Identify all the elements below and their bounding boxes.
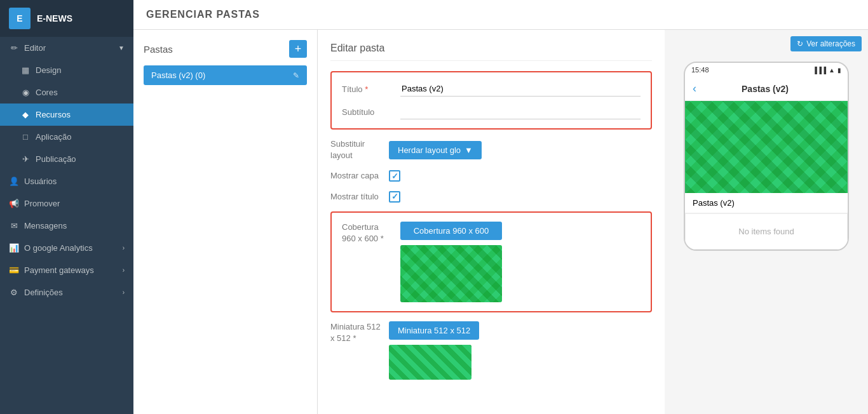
phone-nav-bar: ‹ Pastas (v2) bbox=[685, 77, 848, 101]
substituir-layout-row: Substituir layout Herdar layout glo ▼ bbox=[330, 138, 652, 161]
sidebar-item-label-design: Design bbox=[36, 65, 61, 75]
page-title: GERENCIAR PASTAS bbox=[146, 9, 855, 20]
chevron-down-icon: ▼ bbox=[118, 44, 125, 51]
logo-icon: E bbox=[9, 8, 31, 29]
mostrar-capa-checkbox[interactable]: ✓ bbox=[389, 170, 400, 182]
chevron-right-analytics-icon: › bbox=[123, 244, 125, 251]
titulo-input[interactable] bbox=[400, 81, 641, 97]
phone-status-icons: ▐▐▐ ▲ ▮ bbox=[813, 67, 841, 74]
sidebar-item-promover[interactable]: 📢 Promover bbox=[0, 192, 133, 215]
main-content: GERENCIAR PASTAS Pastas + Pastas (v2) (0… bbox=[133, 0, 868, 414]
ver-alteracoes-button[interactable]: ↻ Ver alterações bbox=[790, 36, 862, 51]
checkmark-titulo-icon: ✓ bbox=[391, 192, 398, 201]
add-pasta-button[interactable]: + bbox=[289, 40, 307, 58]
mostrar-titulo-row: Mostrar título ✓ bbox=[330, 191, 652, 203]
mostrar-capa-label: Mostrar capa bbox=[330, 170, 381, 182]
layout-dropdown-button[interactable]: Herdar layout glo ▼ bbox=[389, 141, 482, 159]
sidebar-item-label-usuarios: Usuários bbox=[24, 177, 57, 186]
dropdown-arrow-icon: ▼ bbox=[465, 145, 473, 155]
cobertura-label: Cobertura 960 x 600 * bbox=[342, 222, 393, 244]
recursos-icon: ◆ bbox=[20, 110, 31, 119]
sidebar-item-definicoes[interactable]: ⚙ Definições › bbox=[0, 281, 133, 304]
sidebar-item-design[interactable]: ▦ Design bbox=[0, 59, 133, 81]
definicoes-icon: ⚙ bbox=[9, 288, 19, 297]
usuarios-icon: 👤 bbox=[9, 177, 19, 186]
sidebar-nav: ✏ Editor ▼ ▦ Design ◉ Cores ◆ Recursos □… bbox=[0, 37, 133, 304]
cores-icon: ◉ bbox=[20, 88, 31, 97]
phone-preview: ↻ Ver alterações 15:48 ▐▐▐ ▲ ▮ ‹ Pastas … bbox=[665, 30, 868, 414]
phone-status-bar: 15:48 ▐▐▐ ▲ ▮ bbox=[685, 63, 848, 77]
phone-time: 15:48 bbox=[691, 66, 709, 74]
aplicacao-icon: □ bbox=[20, 132, 31, 142]
titulo-row: Título * bbox=[342, 81, 641, 97]
pastas-panel: Pastas + Pastas (v2) (0) ✎ bbox=[133, 30, 318, 414]
design-icon: ▦ bbox=[20, 65, 31, 75]
content-area: Pastas + Pastas (v2) (0) ✎ Editar pasta … bbox=[133, 30, 868, 414]
pasta-item-label: Pastas (v2) (0) bbox=[151, 70, 205, 80]
sidebar-item-label-recursos: Recursos bbox=[36, 110, 71, 119]
sidebar-item-publicacao[interactable]: ✈ Publicação bbox=[0, 148, 133, 170]
cobertura-row: Cobertura 960 x 600 * Cobertura 960 x 60… bbox=[342, 222, 641, 302]
page-header: GERENCIAR PASTAS bbox=[133, 0, 868, 30]
cobertura-image bbox=[400, 245, 502, 302]
sidebar-item-analytics[interactable]: 📊 O google Analytics › bbox=[0, 237, 133, 259]
signal-icon: ▐▐▐ bbox=[813, 67, 826, 74]
sidebar-item-label-definicoes: Definições bbox=[24, 288, 63, 297]
sidebar-item-label-analytics: O google Analytics bbox=[24, 243, 93, 253]
sidebar-item-label-mensagens: Mensagens bbox=[24, 221, 67, 230]
pastas-header: Pastas + bbox=[144, 40, 307, 58]
refresh-icon: ↻ bbox=[797, 39, 803, 48]
cobertura-button[interactable]: Cobertura 960 x 600 bbox=[400, 222, 502, 240]
mensagens-icon: ✉ bbox=[9, 221, 19, 230]
cobertura-controls: Cobertura 960 x 600 bbox=[400, 222, 502, 302]
sidebar-item-payment[interactable]: 💳 Payment gateways › bbox=[0, 259, 133, 281]
sidebar: E E-NEWS ✏ Editor ▼ ▦ Design ◉ Cores ◆ R… bbox=[0, 0, 133, 414]
mostrar-titulo-checkbox[interactable]: ✓ bbox=[389, 191, 400, 203]
miniatura-section: Miniatura 512 x 512 * Miniatura 512 x 51… bbox=[330, 321, 652, 380]
pastas-title: Pastas bbox=[144, 44, 173, 55]
miniatura-image bbox=[389, 345, 471, 380]
sidebar-logo[interactable]: E E-NEWS bbox=[0, 0, 133, 37]
pasta-item-pastas-v2[interactable]: Pastas (v2) (0) ✎ bbox=[144, 65, 307, 85]
sidebar-item-usuarios[interactable]: 👤 Usuários bbox=[0, 170, 133, 192]
mostrar-titulo-label: Mostrar título bbox=[330, 191, 381, 203]
subtitulo-row: Subtítulo bbox=[342, 104, 641, 119]
edit-icon: ✎ bbox=[293, 71, 299, 80]
app-name: E-NEWS bbox=[37, 13, 72, 23]
subtitulo-input[interactable] bbox=[400, 104, 641, 119]
editor-icon: ✏ bbox=[9, 43, 19, 53]
miniatura-controls: Miniatura 512 x 512 bbox=[389, 321, 479, 380]
mostrar-capa-row: Mostrar capa ✓ bbox=[330, 170, 652, 182]
sidebar-item-label-publicacao: Publicação bbox=[36, 154, 76, 164]
analytics-icon: 📊 bbox=[9, 243, 19, 253]
sidebar-item-label-aplicacao: Aplicação bbox=[36, 132, 71, 142]
sidebar-item-cores[interactable]: ◉ Cores bbox=[0, 81, 133, 104]
edit-panel-title: Editar pasta bbox=[330, 43, 652, 61]
sidebar-item-recursos[interactable]: ◆ Recursos bbox=[0, 104, 133, 126]
sidebar-item-label-cores: Cores bbox=[36, 88, 58, 97]
title-subtitle-section: Título * Subtítulo bbox=[330, 71, 652, 130]
battery-icon: ▮ bbox=[837, 67, 841, 74]
phone-cover-image bbox=[685, 101, 848, 193]
sidebar-item-editor[interactable]: ✏ Editor ▼ bbox=[0, 37, 133, 59]
chevron-right-payment-icon: › bbox=[123, 267, 125, 274]
chevron-right-definicoes-icon: › bbox=[123, 289, 125, 296]
publicacao-icon: ✈ bbox=[20, 154, 31, 164]
phone-back-icon[interactable]: ‹ bbox=[693, 82, 696, 95]
payment-icon: 💳 bbox=[9, 265, 19, 275]
subtitulo-label: Subtítulo bbox=[342, 107, 393, 117]
sidebar-item-mensagens[interactable]: ✉ Mensagens bbox=[0, 215, 133, 237]
miniatura-label: Miniatura 512 x 512 * bbox=[330, 321, 381, 344]
wifi-icon: ▲ bbox=[829, 67, 835, 74]
substituir-layout-label: Substituir layout bbox=[330, 138, 381, 161]
cobertura-section: Cobertura 960 x 600 * Cobertura 960 x 60… bbox=[330, 211, 652, 312]
sidebar-item-label-promover: Promover bbox=[24, 199, 60, 208]
phone-no-items: No items found bbox=[685, 213, 848, 250]
miniatura-button[interactable]: Miniatura 512 x 512 bbox=[389, 321, 479, 340]
checkmark-icon: ✓ bbox=[391, 171, 398, 181]
promover-icon: 📢 bbox=[9, 199, 19, 208]
phone-folder-nav-title: Pastas (v2) bbox=[703, 84, 827, 94]
titulo-label: Título * bbox=[342, 84, 393, 94]
sidebar-item-aplicacao[interactable]: □ Aplicação bbox=[0, 126, 133, 148]
phone-frame: 15:48 ▐▐▐ ▲ ▮ ‹ Pastas (v2) Pastas (v2) … bbox=[684, 62, 849, 251]
